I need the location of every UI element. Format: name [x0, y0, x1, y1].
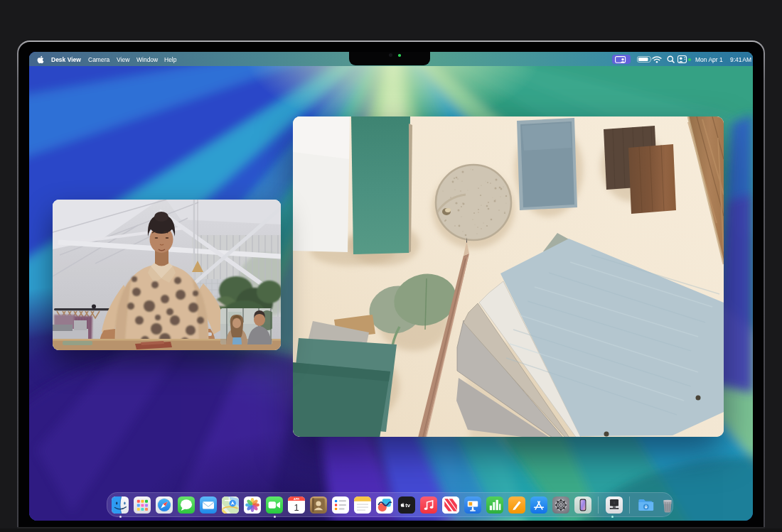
svg-text:1: 1	[294, 501, 299, 512]
svg-text:APR: APR	[294, 497, 299, 500]
svg-text:tv: tv	[405, 502, 411, 509]
